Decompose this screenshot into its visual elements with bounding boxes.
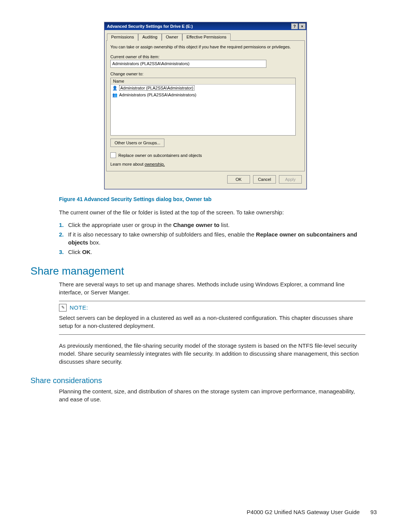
owner-tab-panel: You can take or assign ownership of this… [106, 40, 305, 171]
share-management-heading: Share management [30, 265, 381, 277]
step-number: 3. [59, 248, 68, 256]
list-header-name[interactable]: Name [111, 78, 295, 85]
learn-more-text: Learn more about ownership. [110, 162, 301, 166]
divider [59, 334, 365, 335]
step-number: 1. [59, 221, 68, 229]
replace-owner-checkbox[interactable] [110, 152, 116, 158]
footer-doc-title: P4000 G2 Unified NAS Gateway User Guide [247, 509, 360, 515]
step-2: 2. If it is also necessary to take owner… [59, 230, 365, 246]
note-icon: ✎ [59, 304, 67, 312]
group-icon: 👥 [112, 92, 118, 97]
footer-page-number: 93 [370, 509, 377, 515]
close-icon[interactable]: × [299, 23, 306, 29]
dialog-button-row: OK Cancel Apply [106, 171, 305, 187]
list-item-label: Administrators (PLA2SSA\Administrators) [119, 93, 196, 97]
owner-description: You can take or assign ownership of this… [110, 45, 301, 49]
dialog-titlebar: Advanced Security Settings for Drive E (… [105, 22, 306, 30]
step-3: 3. Click OK. [59, 248, 365, 256]
other-users-button[interactable]: Other Users or Groups... [110, 139, 164, 147]
note-label: NOTE: [70, 304, 88, 312]
tab-permissions[interactable]: Permissions [107, 34, 138, 41]
step-1: 1. Click the appropriate user or group i… [59, 221, 365, 229]
tab-owner[interactable]: Owner [162, 34, 182, 41]
current-owner-field[interactable]: Administrators (PLA2SSA\Administrators) [110, 60, 266, 68]
note-body: Select servers can be deployed in a clus… [59, 314, 365, 330]
list-item[interactable]: 👥 Administrators (PLA2SSA\Administrators… [111, 91, 295, 98]
list-item-label: Administrator (PLA2SSA\Administrator) [119, 85, 194, 91]
share-management-paragraph: There are several ways to set up and man… [59, 280, 365, 296]
divider [59, 301, 365, 301]
dialog-title: Advanced Security Settings for Drive E (… [107, 24, 290, 29]
learn-more-prefix: Learn more about [110, 162, 145, 166]
page-footer: P4000 G2 Unified NAS Gateway User Guide … [247, 509, 377, 515]
ownership-link[interactable]: ownership. [145, 162, 165, 166]
ok-button[interactable]: OK [227, 175, 250, 184]
list-item[interactable]: 👤 Administrator (PLA2SSA\Administrator) [111, 85, 295, 91]
step-text: Click the appropriate user or group in t… [68, 221, 229, 229]
after-note-paragraph: As previously mentioned, the file-sharin… [59, 342, 365, 366]
share-considerations-heading: Share considerations [30, 376, 381, 385]
step-text: If it is also necessary to take ownershi… [68, 230, 365, 246]
current-owner-label: Current owner of this item: [110, 54, 301, 59]
replace-owner-label: Replace owner on subcontainers and objec… [118, 153, 202, 158]
user-icon: 👤 [112, 85, 118, 91]
tab-strip: Permissions Auditing Owner Effective Per… [107, 33, 304, 40]
help-icon[interactable]: ? [291, 23, 298, 29]
apply-button[interactable]: Apply [279, 175, 302, 184]
figure-caption: Figure 41 Advanced Security Settings dia… [59, 196, 381, 202]
tab-auditing[interactable]: Auditing [138, 34, 162, 41]
cancel-button[interactable]: Cancel [253, 175, 276, 184]
advanced-security-dialog: Advanced Security Settings for Drive E (… [104, 22, 307, 189]
change-owner-list[interactable]: Name 👤 Administrator (PLA2SSA\Administra… [110, 78, 296, 136]
step-text: Click OK. [68, 248, 92, 256]
change-owner-label: Change owner to: [110, 72, 301, 76]
tab-effective-permissions[interactable]: Effective Permissions [182, 34, 231, 41]
ownership-steps: 1. Click the appropriate user or group i… [59, 221, 365, 256]
intro-paragraph: The current owner of the file or folder … [59, 208, 365, 216]
share-considerations-paragraph: Planning the content, size, and distribu… [59, 387, 365, 403]
step-number: 2. [59, 230, 68, 246]
